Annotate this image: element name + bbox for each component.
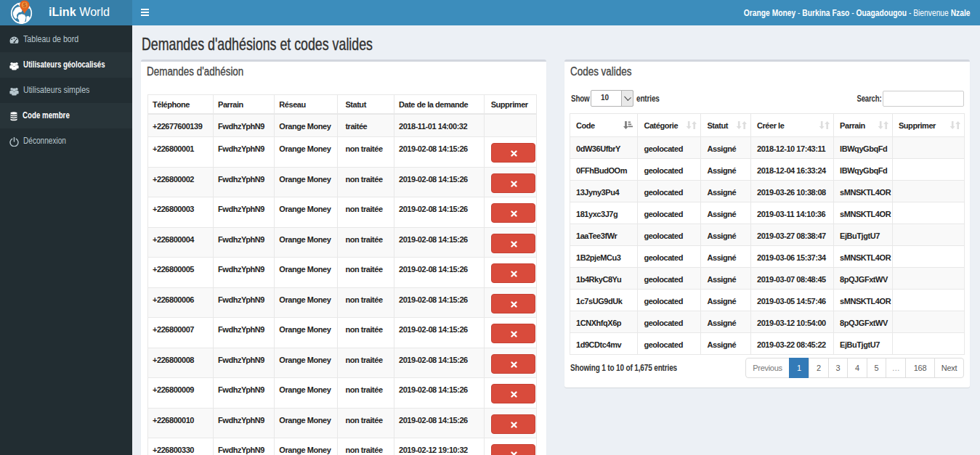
svg-text:$: $ bbox=[23, 1, 26, 9]
